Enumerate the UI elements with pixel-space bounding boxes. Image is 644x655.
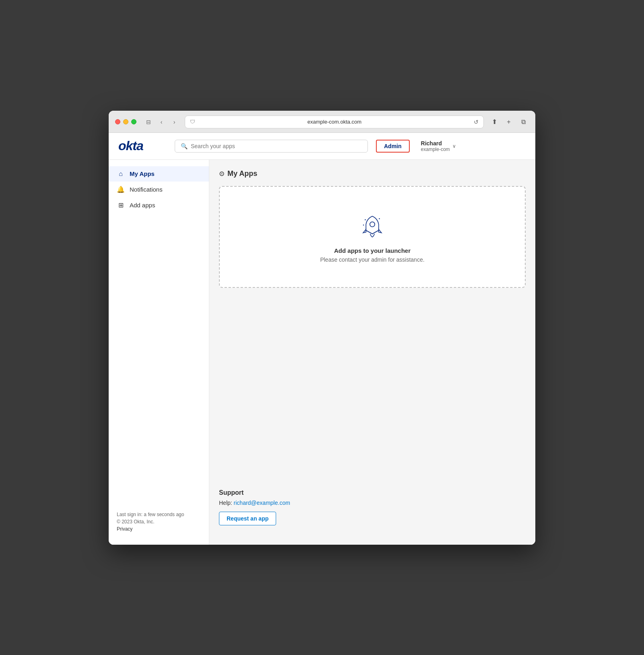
empty-state-title: Add apps to your launcher [334,247,411,254]
browser-actions: ⬆ + ⧉ [489,116,529,128]
svg-point-2 [379,218,380,219]
sidebar-item-add-apps[interactable]: ⊞ Add apps [109,197,209,213]
home-icon: ⌂ [117,170,125,178]
support-help-prefix: Help: [219,500,234,506]
fullscreen-traffic-light[interactable] [131,119,136,124]
main-content: ⊙ My Apps [209,160,535,545]
address-bar-container: 🛡 example-com.okta.com ↺ [185,116,484,128]
request-app-button[interactable]: Request an app [219,512,276,525]
empty-state-container: Add apps to your launcher Please contact… [219,186,526,288]
user-menu[interactable]: Richard example-com ∨ [418,138,459,154]
sidebar-toggle-button[interactable]: ⊟ [143,118,154,126]
sidebar-item-notifications-label: Notifications [130,186,163,193]
sidebar-nav: ⌂ My Apps 🔔 Notifications ⊞ Add apps [109,166,209,213]
tabs-button[interactable]: ⧉ [518,116,529,128]
section-title-icon: ⊙ [219,170,224,178]
support-help: Help: richard@example.com [219,500,526,506]
support-title: Support [219,489,526,496]
close-traffic-light[interactable] [115,119,120,124]
chevron-down-icon: ∨ [452,143,456,149]
main-layout: ⌂ My Apps 🔔 Notifications ⊞ Add apps [109,160,535,545]
sidebar: ⌂ My Apps 🔔 Notifications ⊞ Add apps [109,160,209,545]
minimize-traffic-light[interactable] [123,119,128,124]
sidebar-item-notifications[interactable]: 🔔 Notifications [109,182,209,197]
svg-point-1 [365,219,366,220]
sidebar-item-my-apps-label: My Apps [130,170,155,177]
svg-point-0 [370,222,375,227]
url-text: example-com.okta.com [198,119,471,125]
section-title-text: My Apps [227,169,257,178]
browser-chrome: ⊟ ‹ › 🛡 example-com.okta.com ↺ ⬆ + ⧉ [109,111,535,133]
traffic-lights [115,119,136,124]
browser-titlebar: ⊟ ‹ › 🛡 example-com.okta.com ↺ ⬆ + ⧉ [115,116,529,132]
new-tab-button[interactable]: + [503,116,514,128]
sidebar-item-my-apps[interactable]: ⌂ My Apps [109,166,209,182]
svg-point-3 [363,224,364,225]
shield-icon: 🛡 [190,119,195,125]
address-bar[interactable]: 🛡 example-com.okta.com ↺ [185,116,484,128]
okta-logo: okta [118,138,167,153]
admin-button[interactable]: Admin [376,140,410,153]
search-input-wrapper: 🔍 [175,140,368,153]
privacy-link[interactable]: Privacy [117,526,132,532]
app-header: okta 🔍 Admin Richard example-com ∨ [109,133,535,160]
copyright: © 2023 Okta, Inc. [117,519,201,525]
grid-icon: ⊞ [117,201,125,209]
share-button[interactable]: ⬆ [489,116,500,128]
reload-icon[interactable]: ↺ [474,119,479,125]
user-org: example-com [421,147,450,152]
sidebar-footer: Last sign in: a few seconds ago © 2023 O… [109,505,209,538]
user-name: Richard [421,140,450,147]
user-info: Richard example-com [421,140,450,152]
search-container: 🔍 [175,140,368,153]
search-icon: 🔍 [181,143,188,149]
forward-button[interactable]: › [169,118,180,126]
app-container: okta 🔍 Admin Richard example-com ∨ [109,133,535,545]
sidebar-item-add-apps-label: Add apps [130,202,155,209]
search-input[interactable] [191,143,362,149]
rocket-icon [358,211,386,241]
bell-icon: 🔔 [117,186,125,193]
browser-controls: ⊟ ‹ › [143,118,180,126]
section-title: ⊙ My Apps [219,169,526,178]
support-email-link[interactable]: richard@example.com [234,500,290,506]
last-sign-in: Last sign in: a few seconds ago [117,512,201,517]
empty-state-subtitle: Please contact your admin for assistance… [320,256,424,263]
browser-window: ⊟ ‹ › 🛡 example-com.okta.com ↺ ⬆ + ⧉ [109,111,535,545]
back-button[interactable]: ‹ [156,118,167,126]
support-section: Support Help: richard@example.com Reques… [219,489,526,535]
